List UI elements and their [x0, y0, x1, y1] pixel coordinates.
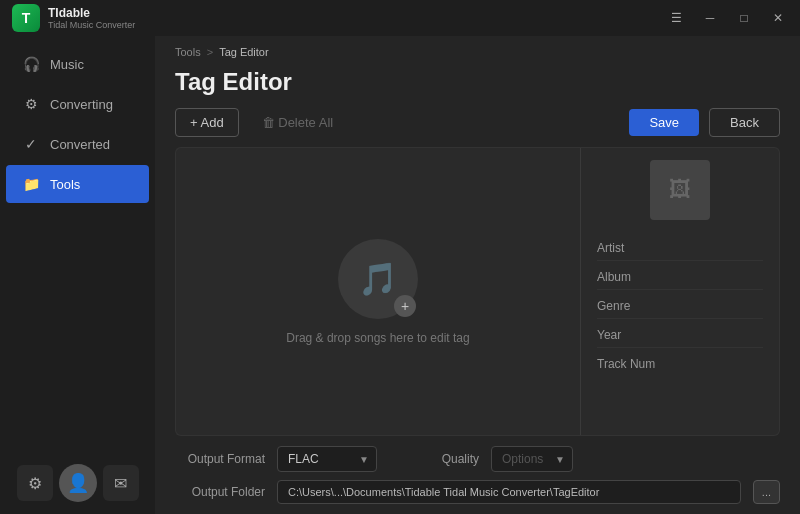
music-icon: 🎧 — [22, 55, 40, 73]
page-title: Tag Editor — [155, 64, 800, 108]
tag-row-tracknum: Track Num — [597, 352, 763, 376]
tag-label-album: Album — [597, 270, 631, 284]
quality-label: Quality — [389, 452, 479, 466]
sidebar-label-converting: Converting — [50, 97, 113, 112]
app-subtitle: Tidal Music Converter — [48, 20, 135, 30]
settings-button[interactable]: ⚙ — [17, 465, 53, 501]
back-button[interactable]: Back — [709, 108, 780, 137]
menu-button[interactable]: ☰ — [662, 8, 690, 28]
tag-row-album: Album — [597, 265, 763, 290]
sidebar-label-music: Music — [50, 57, 84, 72]
quality-select[interactable]: Options — [491, 446, 573, 472]
delete-button[interactable]: 🗑 Delete All — [247, 108, 349, 137]
format-select[interactable]: FLAC MP3 AAC WAV AIFF OGG — [277, 446, 377, 472]
drop-zone[interactable]: 🎵 + Drag & drop songs here to edit tag — [175, 147, 580, 436]
tag-label-tracknum: Track Num — [597, 357, 655, 371]
format-row: Output Format FLAC MP3 AAC WAV AIFF OGG … — [175, 446, 780, 472]
format-label: Output Format — [175, 452, 265, 466]
album-art: 🖼 — [650, 160, 710, 220]
avatar-button[interactable]: 👤 — [59, 464, 97, 502]
breadcrumb-parent: Tools — [175, 46, 201, 58]
format-select-wrapper: FLAC MP3 AAC WAV AIFF OGG ▼ — [277, 446, 377, 472]
tag-row-year: Year — [597, 323, 763, 348]
window-controls: ☰ ─ □ ✕ — [662, 8, 792, 28]
editor-area: 🎵 + Drag & drop songs here to edit tag 🖼… — [155, 147, 800, 436]
folder-input[interactable] — [277, 480, 741, 504]
tag-label-genre: Genre — [597, 299, 630, 313]
breadcrumb: Tools > Tag Editor — [155, 36, 800, 64]
app-name: TIdable — [48, 6, 135, 20]
sidebar-item-converted[interactable]: ✓ Converted — [6, 125, 149, 163]
converting-icon: ⚙ — [22, 95, 40, 113]
breadcrumb-separator: > — [207, 46, 213, 58]
breadcrumb-current: Tag Editor — [219, 46, 269, 58]
folder-label: Output Folder — [175, 485, 265, 499]
add-button[interactable]: + Add — [175, 108, 239, 137]
toolbar-left: + Add 🗑 Delete All — [175, 108, 619, 137]
plus-icon: + — [394, 295, 416, 317]
maximize-button[interactable]: □ — [730, 8, 758, 28]
sidebar-label-tools: Tools — [50, 177, 80, 192]
tools-icon: 📁 — [22, 175, 40, 193]
titlebar: T TIdable Tidal Music Converter ☰ ─ □ ✕ — [0, 0, 800, 36]
drop-icon: 🎵 + — [338, 239, 418, 319]
app-info: TIdable Tidal Music Converter — [48, 6, 135, 30]
drop-text: Drag & drop songs here to edit tag — [286, 331, 469, 345]
sidebar-label-converted: Converted — [50, 137, 110, 152]
sidebar-item-tools[interactable]: 📁 Tools — [6, 165, 149, 203]
tag-label-year: Year — [597, 328, 621, 342]
email-button[interactable]: ✉ — [103, 465, 139, 501]
close-button[interactable]: ✕ — [764, 8, 792, 28]
sidebar-item-converting[interactable]: ⚙ Converting — [6, 85, 149, 123]
app-branding: T TIdable Tidal Music Converter — [12, 4, 135, 32]
bottom-bar: Output Format FLAC MP3 AAC WAV AIFF OGG … — [155, 436, 800, 514]
sidebar-item-music[interactable]: 🎧 Music — [6, 45, 149, 83]
content-area: Tools > Tag Editor Tag Editor + Add 🗑 De… — [155, 36, 800, 514]
main-layout: 🎧 Music ⚙ Converting ✓ Converted 📁 Tools… — [0, 36, 800, 514]
folder-row: Output Folder ... — [175, 480, 780, 504]
tag-label-artist: Artist — [597, 241, 624, 255]
folder-browse-button[interactable]: ... — [753, 480, 780, 504]
sidebar-bottom: ⚙ 👤 ✉ — [0, 456, 155, 514]
tag-panel: 🖼 Artist Album Genre Year — [580, 147, 780, 436]
music-note-icon: 🎵 — [358, 260, 398, 298]
converted-icon: ✓ — [22, 135, 40, 153]
tag-row-artist: Artist — [597, 236, 763, 261]
toolbar: + Add 🗑 Delete All Save Back — [155, 108, 800, 147]
app-logo: T — [12, 4, 40, 32]
tag-row-genre: Genre — [597, 294, 763, 319]
quality-select-wrapper: Options ▼ — [491, 446, 573, 472]
sidebar: 🎧 Music ⚙ Converting ✓ Converted 📁 Tools… — [0, 36, 155, 514]
save-button[interactable]: Save — [629, 109, 699, 136]
minimize-button[interactable]: ─ — [696, 8, 724, 28]
